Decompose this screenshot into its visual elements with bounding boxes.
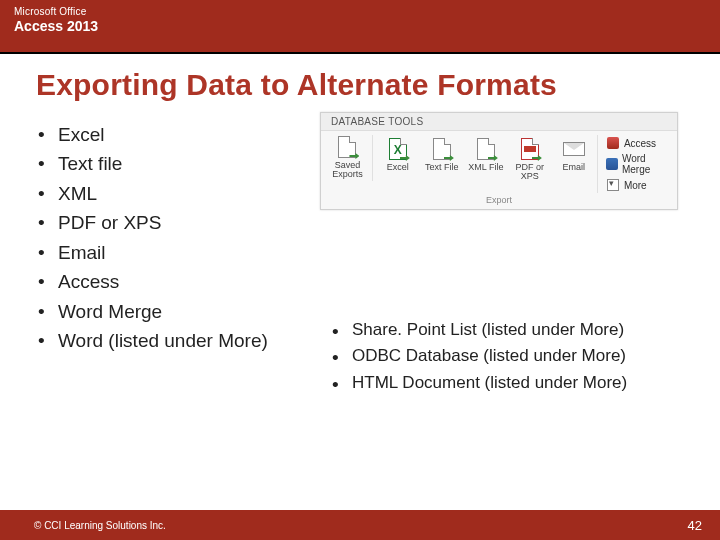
saved-exports-icon	[332, 135, 362, 159]
more-button[interactable]: More	[602, 177, 673, 193]
word-merge-icon	[606, 157, 618, 171]
email-icon	[559, 137, 589, 161]
brand-label: Microsoft Office	[14, 6, 706, 17]
export-formats-list: Excel Text file XML PDF or XPS Email Acc…	[36, 120, 326, 356]
slide-title: Exporting Data to Alternate Formats	[0, 54, 720, 102]
access-button[interactable]: Access	[602, 135, 673, 151]
slide: Microsoft Office Access 2013 Exporting D…	[0, 0, 720, 540]
ribbon-screenshot: DATABASE TOOLS Saved Exports X Excel	[320, 112, 680, 210]
more-icon	[606, 178, 620, 192]
footer: © CCI Learning Solutions Inc. 42	[0, 510, 720, 540]
ribbon: DATABASE TOOLS Saved Exports X Excel	[320, 112, 678, 210]
right-column: Share. Point List (listed under More) OD…	[330, 317, 680, 396]
ribbon-row: Saved Exports X Excel Text File	[321, 131, 677, 193]
pdf-xps-button[interactable]: PDF or XPS	[509, 135, 551, 185]
xml-file-icon	[471, 137, 501, 161]
ribbon-group-caption: Export	[321, 193, 677, 207]
list-item: ODBC Database (listed under More)	[330, 343, 680, 369]
list-item: Share. Point List (listed under More)	[330, 317, 680, 343]
xml-file-button[interactable]: XML File	[465, 135, 507, 185]
header-band: Microsoft Office Access 2013	[0, 0, 720, 52]
list-item: Word Merge	[36, 297, 326, 326]
more-label: More	[624, 180, 647, 191]
list-item: XML	[36, 179, 326, 208]
copyright: © CCI Learning Solutions Inc.	[34, 520, 166, 531]
text-file-button[interactable]: Text File	[421, 135, 463, 185]
slide-body: Excel Text file XML PDF or XPS Email Acc…	[0, 102, 720, 462]
ribbon-side-list: Access Word Merge More	[597, 135, 673, 193]
saved-exports-label: Saved Exports	[325, 161, 370, 181]
list-item: Access	[36, 267, 326, 296]
excel-label: Excel	[387, 163, 409, 183]
access-icon	[606, 136, 620, 150]
excel-button[interactable]: X Excel	[377, 135, 419, 185]
access-label: Access	[624, 138, 656, 149]
page-number: 42	[688, 518, 702, 533]
ribbon-tab-label: DATABASE TOOLS	[321, 113, 677, 131]
left-column: Excel Text file XML PDF or XPS Email Acc…	[36, 120, 326, 356]
pdf-xps-label: PDF or XPS	[509, 163, 551, 183]
list-item: Excel	[36, 120, 326, 149]
list-item: Word (listed under More)	[36, 326, 326, 355]
export-buttons-grid: X Excel Text File XML File	[373, 135, 595, 185]
saved-exports-button[interactable]: Saved Exports	[325, 135, 373, 181]
xml-file-label: XML File	[468, 163, 503, 183]
email-label: Email	[563, 163, 586, 183]
text-file-label: Text File	[425, 163, 459, 183]
text-file-icon	[427, 137, 457, 161]
list-item: Text file	[36, 149, 326, 178]
word-merge-label: Word Merge	[622, 153, 669, 175]
list-item: PDF or XPS	[36, 208, 326, 237]
more-formats-list: Share. Point List (listed under More) OD…	[330, 317, 680, 396]
excel-icon: X	[383, 137, 413, 161]
list-item: Email	[36, 238, 326, 267]
product-label: Access 2013	[14, 18, 706, 34]
email-button[interactable]: Email	[553, 135, 595, 185]
word-merge-button[interactable]: Word Merge	[602, 152, 673, 176]
list-item: HTML Document (listed under More)	[330, 370, 680, 396]
pdf-xps-icon	[515, 137, 545, 161]
